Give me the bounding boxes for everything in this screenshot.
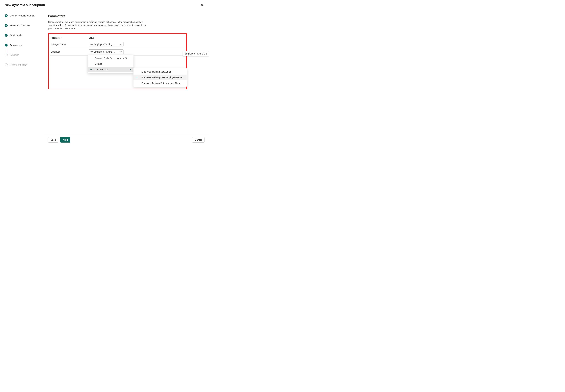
- menu-item-current[interactable]: Current (Emily Davis (Manager)): [88, 55, 134, 61]
- close-button[interactable]: [200, 3, 205, 7]
- param-value-dropdown-employee[interactable]: Employee Training …: [89, 49, 123, 54]
- menu-item-label: Current (Emily Davis (Manager)): [95, 57, 127, 59]
- close-icon: [201, 4, 203, 6]
- table-row: Manager Name Employee Training …: [50, 41, 184, 48]
- table-row: Employee Employee Training …: [50, 48, 184, 56]
- tooltip-text: Employee Training Da: [185, 52, 207, 55]
- step-done-icon: [5, 14, 8, 17]
- data-columns-submenu: Employee Training Data.Email Employee Tr…: [134, 68, 187, 87]
- step-label: Email details: [10, 34, 22, 37]
- step-label: Review and finish: [10, 63, 27, 66]
- col-header-value: Value: [88, 36, 184, 41]
- check-icon: [90, 69, 92, 71]
- submenu-item-label: Employee Training Data.Manager Name: [141, 82, 181, 84]
- link-icon: [90, 43, 93, 45]
- step-done-icon: [5, 24, 8, 27]
- cancel-button[interactable]: Cancel: [192, 137, 205, 142]
- step-select-filter-data[interactable]: Select and filter data: [5, 24, 40, 34]
- parameters-table: Parameter Value Manager Name: [50, 36, 184, 56]
- parameters-highlight-box: Parameter Value Manager Name: [48, 33, 187, 89]
- step-parameters[interactable]: Parameters: [5, 44, 40, 54]
- submenu-item-employee-name[interactable]: Employee Training Data.Employee Name: [134, 75, 187, 80]
- submenu-item-label: Employee Training Data.Email: [141, 70, 171, 73]
- steps-sidebar: Connect to recipient data Select and fil…: [0, 10, 43, 135]
- dialog: New dynamic subscription Connect to reci…: [0, 0, 209, 145]
- check-icon: [136, 76, 138, 79]
- col-header-parameter: Parameter: [50, 36, 88, 41]
- step-pending-icon: [5, 54, 8, 56]
- dialog-body: Connect to recipient data Select and fil…: [0, 10, 209, 135]
- submenu-item-manager-name[interactable]: Employee Training Data.Manager Name: [134, 80, 187, 86]
- step-schedule[interactable]: Schedule: [5, 54, 40, 63]
- page-heading: Parameters: [48, 14, 205, 18]
- chevron-down-icon: [120, 43, 122, 45]
- submenu-item-label: Employee Training Data.Employee Name: [141, 76, 182, 79]
- menu-item-label: Get from data: [95, 68, 108, 71]
- step-review-finish[interactable]: Review and finish: [5, 63, 40, 66]
- step-current-icon: [5, 44, 8, 47]
- step-done-icon: [5, 34, 8, 37]
- tooltip: Employee Training Da: [183, 51, 209, 56]
- step-label: Parameters: [10, 44, 22, 47]
- link-icon: [90, 51, 93, 53]
- param-value-text: Employee Training …: [94, 43, 115, 46]
- param-name: Manager Name: [50, 41, 88, 48]
- submenu-item-email[interactable]: Employee Training Data.Email: [134, 69, 187, 75]
- param-value-text: Employee Training …: [94, 51, 115, 53]
- chevron-right-icon: [129, 69, 131, 70]
- menu-item-get-from-data[interactable]: Get from data: [88, 67, 134, 72]
- param-name: Employee: [50, 48, 88, 56]
- back-button[interactable]: Back: [48, 137, 58, 142]
- dialog-title: New dynamic subscription: [5, 3, 45, 7]
- step-pending-icon: [5, 63, 8, 66]
- value-options-menu: Current (Emily Davis (Manager)) Default …: [88, 55, 134, 73]
- step-connect-recipient-data[interactable]: Connect to recipient data: [5, 14, 40, 24]
- menu-item-label: Default: [95, 63, 102, 65]
- step-label: Connect to recipient data: [10, 14, 35, 17]
- dialog-footer: Back Next Cancel: [43, 135, 209, 145]
- step-label: Select and filter data: [10, 24, 30, 27]
- chevron-down-icon: [120, 51, 122, 53]
- titlebar: New dynamic subscription: [0, 0, 209, 10]
- next-button[interactable]: Next: [60, 137, 70, 142]
- param-value-dropdown-manager[interactable]: Employee Training …: [89, 42, 123, 47]
- main-panel: Parameters Choose whether the report par…: [43, 10, 209, 135]
- page-description: Choose whether the report parameters in …: [48, 20, 149, 30]
- step-email-details[interactable]: Email details: [5, 34, 40, 44]
- menu-item-default[interactable]: Default: [88, 61, 134, 67]
- step-label: Schedule: [10, 54, 19, 56]
